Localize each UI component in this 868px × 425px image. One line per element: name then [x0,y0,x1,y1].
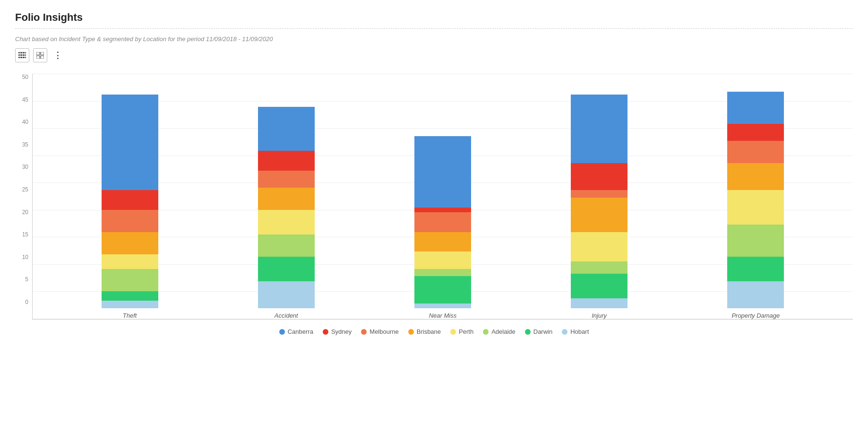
bar-label: Theft [123,312,137,319]
bar-group: Near Miss [414,136,471,319]
legend-item-melbourne: Melbourne [361,328,398,335]
bar-stack [571,95,627,308]
bar-segment-melbourne [727,141,784,163]
svg-rect-7 [41,52,44,55]
bar-segment-hobart [414,304,471,308]
legend-dot [408,329,414,335]
bar-stack [727,92,784,308]
bar-segment-perth [258,210,315,234]
bar-stack [258,107,315,308]
bar-segment-hobart [571,298,627,308]
bars-container: TheftAccidentNear MissInjuryProperty Dam… [32,74,853,320]
bar-segment-adelaide [258,234,315,257]
page-title: Folio Insights [15,11,853,24]
bar-segment-hobart [258,281,315,308]
grid-line [33,74,853,74]
bar-segment-adelaide [102,269,158,291]
y-axis-label: 35 [22,141,28,148]
title-divider [15,28,853,29]
legend-item-perth: Perth [450,328,473,335]
bar-segment-canberra [571,95,627,164]
y-axis-label: 50 [22,74,28,80]
more-options-btn[interactable]: ⋮ [51,49,64,62]
svg-rect-9 [41,56,44,59]
legend-item-hobart: Hobart [562,328,589,335]
y-axis-label: 25 [22,186,28,193]
svg-rect-4 [22,52,23,58]
bar-segment-brisbane [258,188,315,210]
legend-dot [525,329,531,335]
legend-dot [279,329,285,335]
bar-segment-sydney [258,151,315,171]
bar-group: Theft [102,95,158,319]
y-axis-label: 40 [22,119,28,125]
y-axis: 05101520253035404550 [15,74,32,320]
bar-segment-darwin [571,274,627,298]
bar-segment-canberra [727,92,784,124]
bar-stack [102,95,158,308]
bar-segment-hobart [727,281,784,308]
chart-subtitle: Chart based on Incident Type & segmented… [15,35,853,43]
legend-item-sydney: Sydney [323,328,352,335]
bar-segment-canberra [414,136,471,208]
svg-rect-8 [36,56,40,59]
bar-group: Injury [571,95,627,319]
svg-rect-3 [20,52,20,58]
bar-segment-brisbane [414,232,471,252]
y-axis-label: 10 [22,254,28,260]
legend-label: Darwin [533,328,552,335]
bar-segment-perth [414,252,471,269]
bar-segment-darwin [727,257,784,281]
legend-label: Adelaide [491,328,516,335]
bar-segment-brisbane [102,232,158,254]
legend-item-canberra: Canberra [279,328,313,335]
bar-segment-hobart [102,301,158,308]
bar-stack [414,136,471,308]
bar-segment-melbourne [258,171,315,188]
legend-dot [562,329,567,335]
legend-item-brisbane: Brisbane [408,328,441,335]
legend-label: Sydney [331,328,352,335]
bar-segment-darwin [258,257,315,281]
legend-item-darwin: Darwin [525,328,552,335]
bar-segment-canberra [102,95,158,191]
bar-segment-adelaide [727,225,784,257]
bar-segment-melbourne [571,190,627,198]
bar-segment-melbourne [414,212,471,232]
legend-label: Perth [459,328,473,335]
bar-segment-sydney [414,208,471,212]
legend-label: Brisbane [417,328,441,335]
view-toggle-btn-1[interactable] [15,48,29,62]
bar-segment-adelaide [414,269,471,277]
bar-segment-darwin [102,291,158,301]
legend-dot [450,329,456,335]
legend-dot [483,329,489,335]
legend-label: Canberra [288,328,313,335]
legend: CanberraSydneyMelbourneBrisbanePerthAdel… [15,328,853,335]
bar-segment-perth [571,232,627,261]
bar-group: Property Damage [727,92,784,319]
bar-label: Injury [592,312,607,319]
bar-segment-adelaide [571,261,627,274]
toolbar: ⋮ [15,48,853,62]
bar-segment-sydney [571,163,627,190]
bar-label: Accident [275,312,298,319]
y-axis-label: 20 [22,209,28,216]
chart-area: 05101520253035404550 TheftAccidentNear M… [15,74,853,320]
bar-segment-perth [727,190,784,225]
view-toggle-btn-2[interactable] [33,48,47,62]
legend-label: Melbourne [370,328,398,335]
svg-rect-6 [36,52,40,55]
bar-group: Accident [258,107,315,319]
y-axis-label: 30 [22,164,28,170]
y-axis-label: 0 [25,299,28,305]
bar-segment-melbourne [102,210,158,232]
y-axis-label: 15 [22,231,28,238]
bar-segment-brisbane [727,163,784,190]
bar-segment-canberra [258,107,315,151]
bar-segment-perth [102,254,158,269]
bar-label: Near Miss [429,312,457,319]
y-axis-label: 45 [22,96,28,103]
y-axis-label: 5 [25,276,28,283]
bar-segment-darwin [414,276,471,303]
